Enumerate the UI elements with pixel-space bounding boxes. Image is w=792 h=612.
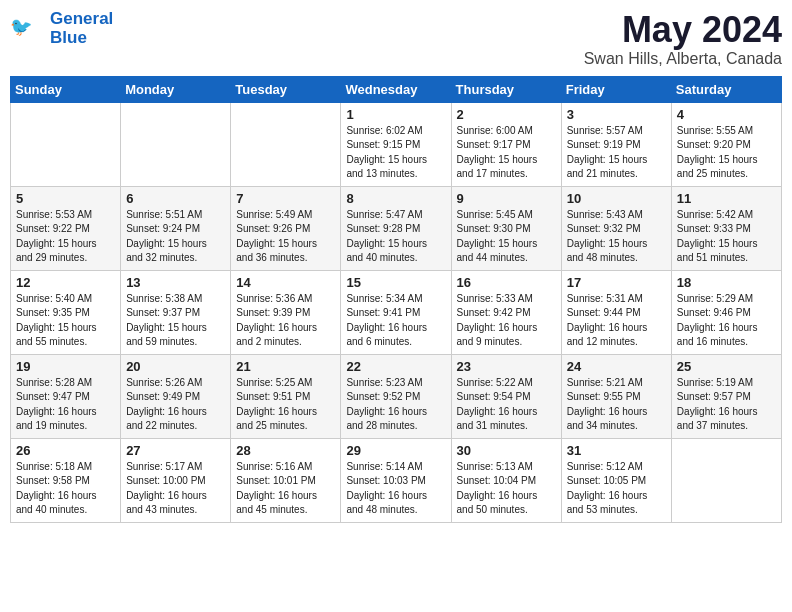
- calendar-day-4: 4Sunrise: 5:55 AMSunset: 9:20 PMDaylight…: [671, 102, 781, 186]
- day-info: Sunrise: 6:02 AMSunset: 9:15 PMDaylight:…: [346, 124, 445, 182]
- calendar-day-1: 1Sunrise: 6:02 AMSunset: 9:15 PMDaylight…: [341, 102, 451, 186]
- day-number: 2: [457, 107, 556, 122]
- weekday-header-row: SundayMondayTuesdayWednesdayThursdayFrid…: [11, 76, 782, 102]
- calendar-day-27: 27Sunrise: 5:17 AMSunset: 10:00 PMDaylig…: [121, 438, 231, 522]
- logo-icon: 🐦: [10, 11, 46, 47]
- day-number: 27: [126, 443, 225, 458]
- day-number: 10: [567, 191, 666, 206]
- calendar-day-28: 28Sunrise: 5:16 AMSunset: 10:01 PMDaylig…: [231, 438, 341, 522]
- day-info: Sunrise: 5:21 AMSunset: 9:55 PMDaylight:…: [567, 376, 666, 434]
- page-header: 🐦 General Blue May 2024 Swan Hills, Albe…: [10, 10, 782, 68]
- day-info: Sunrise: 5:55 AMSunset: 9:20 PMDaylight:…: [677, 124, 776, 182]
- calendar-empty-cell: [671, 438, 781, 522]
- day-number: 6: [126, 191, 225, 206]
- weekday-header-thursday: Thursday: [451, 76, 561, 102]
- day-number: 7: [236, 191, 335, 206]
- calendar-week-row: 1Sunrise: 6:02 AMSunset: 9:15 PMDaylight…: [11, 102, 782, 186]
- calendar-day-13: 13Sunrise: 5:38 AMSunset: 9:37 PMDayligh…: [121, 270, 231, 354]
- calendar-day-8: 8Sunrise: 5:47 AMSunset: 9:28 PMDaylight…: [341, 186, 451, 270]
- day-info: Sunrise: 5:38 AMSunset: 9:37 PMDaylight:…: [126, 292, 225, 350]
- day-info: Sunrise: 5:40 AMSunset: 9:35 PMDaylight:…: [16, 292, 115, 350]
- day-info: Sunrise: 5:16 AMSunset: 10:01 PMDaylight…: [236, 460, 335, 518]
- day-number: 12: [16, 275, 115, 290]
- day-number: 29: [346, 443, 445, 458]
- calendar-day-15: 15Sunrise: 5:34 AMSunset: 9:41 PMDayligh…: [341, 270, 451, 354]
- day-info: Sunrise: 5:51 AMSunset: 9:24 PMDaylight:…: [126, 208, 225, 266]
- day-number: 31: [567, 443, 666, 458]
- calendar-day-14: 14Sunrise: 5:36 AMSunset: 9:39 PMDayligh…: [231, 270, 341, 354]
- day-number: 11: [677, 191, 776, 206]
- day-info: Sunrise: 5:26 AMSunset: 9:49 PMDaylight:…: [126, 376, 225, 434]
- calendar-day-12: 12Sunrise: 5:40 AMSunset: 9:35 PMDayligh…: [11, 270, 121, 354]
- day-number: 26: [16, 443, 115, 458]
- weekday-header-wednesday: Wednesday: [341, 76, 451, 102]
- day-info: Sunrise: 5:47 AMSunset: 9:28 PMDaylight:…: [346, 208, 445, 266]
- calendar-day-2: 2Sunrise: 6:00 AMSunset: 9:17 PMDaylight…: [451, 102, 561, 186]
- day-info: Sunrise: 5:42 AMSunset: 9:33 PMDaylight:…: [677, 208, 776, 266]
- logo-line2: Blue: [50, 29, 113, 48]
- calendar-day-30: 30Sunrise: 5:13 AMSunset: 10:04 PMDaylig…: [451, 438, 561, 522]
- day-number: 20: [126, 359, 225, 374]
- weekday-header-sunday: Sunday: [11, 76, 121, 102]
- weekday-header-saturday: Saturday: [671, 76, 781, 102]
- calendar-day-5: 5Sunrise: 5:53 AMSunset: 9:22 PMDaylight…: [11, 186, 121, 270]
- calendar-day-17: 17Sunrise: 5:31 AMSunset: 9:44 PMDayligh…: [561, 270, 671, 354]
- svg-text:🐦: 🐦: [10, 16, 33, 38]
- calendar-day-7: 7Sunrise: 5:49 AMSunset: 9:26 PMDaylight…: [231, 186, 341, 270]
- calendar-day-10: 10Sunrise: 5:43 AMSunset: 9:32 PMDayligh…: [561, 186, 671, 270]
- calendar-day-18: 18Sunrise: 5:29 AMSunset: 9:46 PMDayligh…: [671, 270, 781, 354]
- day-number: 22: [346, 359, 445, 374]
- day-number: 9: [457, 191, 556, 206]
- day-number: 21: [236, 359, 335, 374]
- calendar-day-21: 21Sunrise: 5:25 AMSunset: 9:51 PMDayligh…: [231, 354, 341, 438]
- day-info: Sunrise: 5:36 AMSunset: 9:39 PMDaylight:…: [236, 292, 335, 350]
- calendar-day-19: 19Sunrise: 5:28 AMSunset: 9:47 PMDayligh…: [11, 354, 121, 438]
- day-number: 17: [567, 275, 666, 290]
- day-info: Sunrise: 5:22 AMSunset: 9:54 PMDaylight:…: [457, 376, 556, 434]
- day-number: 15: [346, 275, 445, 290]
- day-info: Sunrise: 5:19 AMSunset: 9:57 PMDaylight:…: [677, 376, 776, 434]
- calendar-day-25: 25Sunrise: 5:19 AMSunset: 9:57 PMDayligh…: [671, 354, 781, 438]
- title-block: May 2024 Swan Hills, Alberta, Canada: [584, 10, 782, 68]
- location-subtitle: Swan Hills, Alberta, Canada: [584, 50, 782, 68]
- calendar-day-29: 29Sunrise: 5:14 AMSunset: 10:03 PMDaylig…: [341, 438, 451, 522]
- day-number: 16: [457, 275, 556, 290]
- day-number: 1: [346, 107, 445, 122]
- day-number: 14: [236, 275, 335, 290]
- day-info: Sunrise: 5:57 AMSunset: 9:19 PMDaylight:…: [567, 124, 666, 182]
- day-number: 3: [567, 107, 666, 122]
- day-info: Sunrise: 5:33 AMSunset: 9:42 PMDaylight:…: [457, 292, 556, 350]
- calendar-week-row: 26Sunrise: 5:18 AMSunset: 9:58 PMDayligh…: [11, 438, 782, 522]
- day-info: Sunrise: 5:18 AMSunset: 9:58 PMDaylight:…: [16, 460, 115, 518]
- day-info: Sunrise: 5:43 AMSunset: 9:32 PMDaylight:…: [567, 208, 666, 266]
- calendar-empty-cell: [11, 102, 121, 186]
- month-title: May 2024: [584, 10, 782, 50]
- day-number: 4: [677, 107, 776, 122]
- day-info: Sunrise: 5:28 AMSunset: 9:47 PMDaylight:…: [16, 376, 115, 434]
- day-number: 5: [16, 191, 115, 206]
- calendar-day-9: 9Sunrise: 5:45 AMSunset: 9:30 PMDaylight…: [451, 186, 561, 270]
- day-number: 30: [457, 443, 556, 458]
- calendar-day-11: 11Sunrise: 5:42 AMSunset: 9:33 PMDayligh…: [671, 186, 781, 270]
- calendar-week-row: 5Sunrise: 5:53 AMSunset: 9:22 PMDaylight…: [11, 186, 782, 270]
- day-info: Sunrise: 5:53 AMSunset: 9:22 PMDaylight:…: [16, 208, 115, 266]
- calendar-day-6: 6Sunrise: 5:51 AMSunset: 9:24 PMDaylight…: [121, 186, 231, 270]
- day-number: 8: [346, 191, 445, 206]
- day-number: 28: [236, 443, 335, 458]
- day-info: Sunrise: 6:00 AMSunset: 9:17 PMDaylight:…: [457, 124, 556, 182]
- day-number: 13: [126, 275, 225, 290]
- calendar-table: SundayMondayTuesdayWednesdayThursdayFrid…: [10, 76, 782, 523]
- day-info: Sunrise: 5:45 AMSunset: 9:30 PMDaylight:…: [457, 208, 556, 266]
- day-info: Sunrise: 5:31 AMSunset: 9:44 PMDaylight:…: [567, 292, 666, 350]
- day-info: Sunrise: 5:13 AMSunset: 10:04 PMDaylight…: [457, 460, 556, 518]
- calendar-day-31: 31Sunrise: 5:12 AMSunset: 10:05 PMDaylig…: [561, 438, 671, 522]
- day-info: Sunrise: 5:34 AMSunset: 9:41 PMDaylight:…: [346, 292, 445, 350]
- day-number: 18: [677, 275, 776, 290]
- day-info: Sunrise: 5:49 AMSunset: 9:26 PMDaylight:…: [236, 208, 335, 266]
- day-info: Sunrise: 5:14 AMSunset: 10:03 PMDaylight…: [346, 460, 445, 518]
- weekday-header-tuesday: Tuesday: [231, 76, 341, 102]
- calendar-day-20: 20Sunrise: 5:26 AMSunset: 9:49 PMDayligh…: [121, 354, 231, 438]
- logo-line1: General: [50, 10, 113, 29]
- day-info: Sunrise: 5:29 AMSunset: 9:46 PMDaylight:…: [677, 292, 776, 350]
- logo: 🐦 General Blue: [10, 10, 113, 47]
